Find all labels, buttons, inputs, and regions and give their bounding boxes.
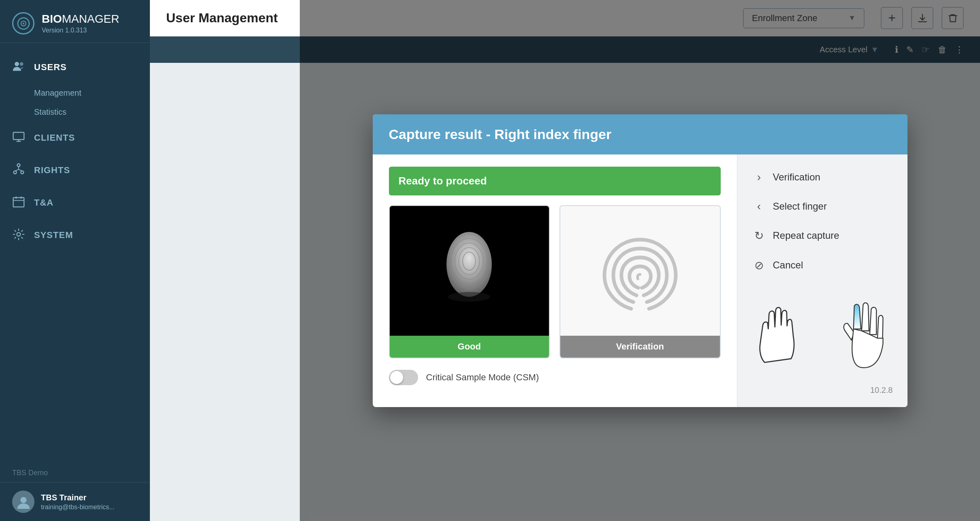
fingerprint-image-area xyxy=(390,206,549,336)
svg-point-18 xyxy=(17,233,21,236)
users-label: USERS xyxy=(34,62,67,73)
status-bar: Ready to proceed xyxy=(389,167,721,195)
csm-label: Critical Sample Mode (CSM) xyxy=(426,372,539,383)
modal-overlay: Capture result - Right index finger Read… xyxy=(300,0,980,521)
right-hand-svg xyxy=(828,288,891,373)
repeat-icon: ↻ xyxy=(752,229,766,242)
sidebar: BIOMANAGER Version 1.0.313 USERS Managem… xyxy=(0,0,150,521)
management-label: Management xyxy=(34,88,81,97)
calendar-icon xyxy=(12,195,27,210)
main-content: User Management Enrollment Zone ▼ + Acce… xyxy=(150,0,980,521)
fingerprint-icon xyxy=(596,226,685,315)
svg-point-19 xyxy=(20,497,26,503)
chevron-right-icon: › xyxy=(752,171,766,184)
toggle-knob xyxy=(390,371,403,384)
sidebar-item-system[interactable]: SYSTEM xyxy=(0,219,150,251)
sidebar-item-statistics[interactable]: Statistics xyxy=(0,103,150,122)
repeat-capture-label: Repeat capture xyxy=(773,230,839,241)
tree-icon xyxy=(12,163,27,178)
svg-point-4 xyxy=(20,62,23,66)
users-icon xyxy=(12,60,27,75)
dialog-right-panel: › Verification ‹ Select finger ↻ Repeat … xyxy=(737,154,907,407)
hands-illustration xyxy=(745,280,899,382)
sidebar-navigation: USERS Management Statistics CLIENTS xyxy=(0,43,150,464)
svg-point-9 xyxy=(14,171,17,174)
svg-line-13 xyxy=(19,169,22,171)
fingerprint-scan-image xyxy=(437,220,502,322)
logo-text: BIOMANAGER Version 1.0.313 xyxy=(42,13,119,34)
sidebar-logo: BIOMANAGER Version 1.0.313 xyxy=(0,0,150,43)
logo-manager: MANAGER xyxy=(62,13,120,25)
svg-rect-5 xyxy=(13,132,24,139)
user-email: training@tbs-biometrics... xyxy=(41,504,115,511)
verification-label: Verification xyxy=(560,336,720,358)
sidebar-item-ta[interactable]: T&A xyxy=(0,187,150,219)
gear-icon xyxy=(12,228,27,242)
cancel-option[interactable]: ⊘ Cancel xyxy=(745,251,899,280)
svg-rect-14 xyxy=(13,197,24,207)
sidebar-item-management[interactable]: Management xyxy=(0,84,150,103)
version-text: 10.2.8 xyxy=(745,382,899,399)
csm-toggle[interactable] xyxy=(389,370,418,385)
cancel-icon: ⊘ xyxy=(752,259,766,272)
dialog-title: Capture result - Right index finger xyxy=(389,126,891,142)
repeat-capture-option[interactable]: ↻ Repeat capture xyxy=(745,221,899,251)
verification-area xyxy=(560,206,720,336)
svg-line-12 xyxy=(15,169,19,171)
dialog-body: Ready to proceed xyxy=(373,154,907,407)
capture-panel-verification: Verification xyxy=(559,205,721,358)
select-finger-option[interactable]: ‹ Select finger xyxy=(745,192,899,221)
select-finger-label: Select finger xyxy=(773,201,827,212)
dialog-left-panel: Ready to proceed xyxy=(373,154,737,407)
cancel-label: Cancel xyxy=(773,259,803,271)
clients-label: CLIENTS xyxy=(34,133,75,143)
svg-point-2 xyxy=(23,23,24,24)
avatar xyxy=(12,491,34,513)
monitor-icon xyxy=(12,131,27,145)
tenant-name: TBS Demo xyxy=(0,464,150,482)
dialog-header: Capture result - Right index finger xyxy=(373,114,907,154)
sidebar-item-rights[interactable]: RIGHTS xyxy=(0,154,150,187)
capture-panel-image: Good xyxy=(389,205,550,358)
capture-quality-label: Good xyxy=(390,336,549,358)
ta-label: T&A xyxy=(34,197,53,208)
sidebar-footer: TBS Trainer training@tbs-biometrics... xyxy=(0,482,150,521)
svg-point-3 xyxy=(15,62,19,66)
verification-option-label: Verification xyxy=(773,172,820,183)
svg-point-8 xyxy=(17,164,20,167)
left-hand-svg xyxy=(754,292,812,373)
capture-panels: Good xyxy=(389,205,721,358)
statistics-label: Statistics xyxy=(34,107,66,116)
sidebar-item-users[interactable]: USERS xyxy=(0,51,150,84)
system-label: SYSTEM xyxy=(34,230,73,240)
logo-icon xyxy=(12,12,34,34)
user-name: TBS Trainer xyxy=(41,493,115,502)
svg-point-20 xyxy=(446,232,492,297)
rights-label: RIGHTS xyxy=(34,165,70,176)
svg-point-10 xyxy=(21,171,23,174)
app-version: Version 1.0.313 xyxy=(42,27,119,34)
chevron-left-icon: ‹ xyxy=(752,200,766,213)
csm-row: Critical Sample Mode (CSM) xyxy=(389,358,721,389)
sidebar-item-clients[interactable]: CLIENTS xyxy=(0,122,150,154)
logo-bio: BIO xyxy=(42,13,62,25)
capture-dialog: Capture result - Right index finger Read… xyxy=(373,114,907,407)
verification-option[interactable]: › Verification xyxy=(745,163,899,192)
svg-point-26 xyxy=(448,292,490,302)
